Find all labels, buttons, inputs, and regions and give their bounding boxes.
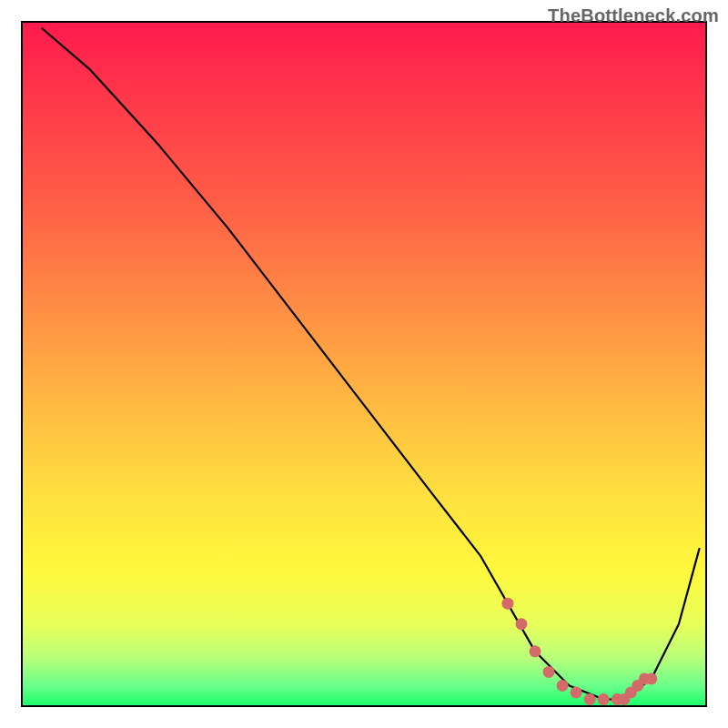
watermark-text: TheBottleneck.com bbox=[548, 5, 719, 26]
marker-point bbox=[598, 693, 610, 705]
chart-container: TheBottleneck.com bbox=[0, 0, 728, 728]
marker-point bbox=[571, 686, 582, 698]
plot-background bbox=[22, 22, 706, 706]
marker-point bbox=[557, 680, 569, 692]
bottleneck-chart bbox=[0, 0, 728, 728]
marker-point bbox=[530, 645, 541, 657]
marker-point bbox=[501, 598, 513, 610]
marker-point bbox=[515, 618, 527, 630]
marker-point bbox=[645, 672, 657, 684]
marker-point bbox=[584, 693, 596, 705]
marker-point bbox=[543, 666, 555, 678]
